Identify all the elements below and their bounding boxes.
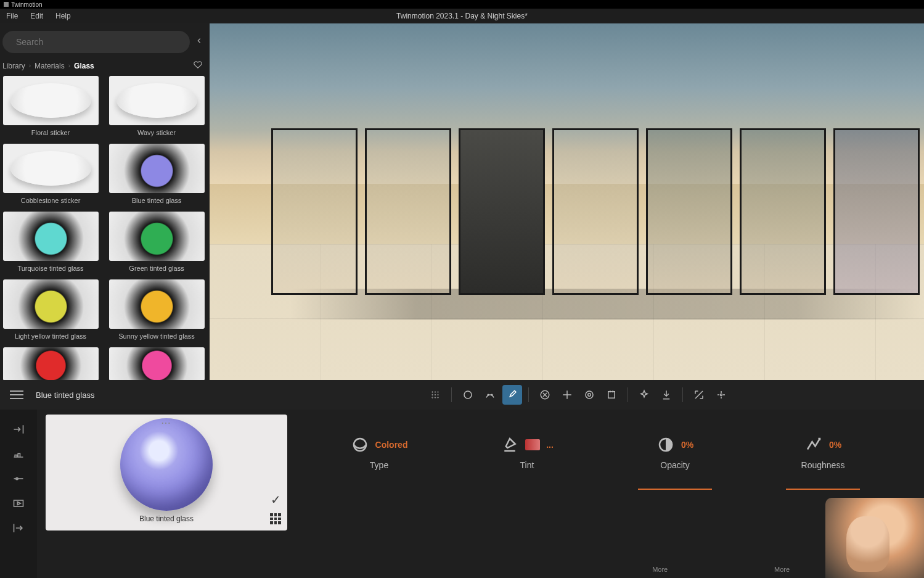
svg-point-5 (431, 394, 433, 395)
materials-grid[interactable]: Floral stickerWavy stickerCobblestone st… (0, 76, 210, 380)
svg-point-2 (431, 392, 433, 393)
svg-point-7 (437, 394, 438, 395)
material-card[interactable]: Cobblestone sticker (0, 144, 101, 207)
grid-snap-button[interactable] (425, 385, 445, 405)
frame-tool-button[interactable] (602, 385, 621, 405)
selection-bar: Blue tinted glass (0, 380, 924, 410)
svg-point-6 (435, 394, 436, 395)
target-tool-button[interactable] (579, 385, 599, 405)
svg-point-10 (437, 397, 438, 398)
material-card[interactable]: Green tinted glass (106, 212, 207, 275)
material-card[interactable]: Sunny yellow tinted glass (106, 279, 207, 342)
material-card[interactable]: Turquoise tinted glass (0, 212, 101, 275)
glass-panel[interactable] (271, 128, 358, 295)
app-logo (4, 2, 9, 7)
material-thumbnail[interactable] (3, 279, 99, 329)
scatter-tool-button[interactable] (480, 385, 500, 405)
effects-button[interactable] (634, 385, 654, 405)
svg-point-31 (354, 439, 366, 451)
svg-point-9 (435, 397, 436, 398)
material-card[interactable]: Wavy sticker (106, 76, 207, 139)
collapse-panel-icon[interactable] (195, 36, 203, 47)
glass-panel[interactable] (365, 128, 451, 295)
breadcrumb-library[interactable]: Library (2, 62, 25, 70)
glass-panel[interactable] (740, 128, 826, 295)
material-preview-label: Blue tinted glass (139, 514, 194, 523)
menu-file[interactable]: File (0, 12, 24, 20)
prop-tint-value: ... (546, 440, 554, 450)
media-icon[interactable] (10, 497, 27, 510)
search-input[interactable] (16, 37, 181, 47)
viewport[interactable] (210, 23, 924, 380)
material-card[interactable] (106, 347, 207, 380)
hamburger-icon[interactable] (10, 390, 23, 399)
material-thumbnail[interactable] (109, 144, 205, 193)
viewport-toolbar (425, 385, 731, 405)
roughness-slider[interactable] (786, 489, 860, 490)
import-icon[interactable] (10, 423, 27, 436)
grid-view-icon[interactable] (270, 513, 281, 524)
titlebar: Twinmotion (0, 0, 924, 9)
material-label: Blue tinted glass (132, 193, 182, 207)
library-panel: Library › Materials › Glass Floral stick… (0, 23, 210, 380)
document-title: Twinmotion 2023.1 - Day & Night Skies* (0, 12, 924, 20)
material-thumbnail[interactable] (109, 279, 205, 329)
svg-rect-21 (608, 392, 615, 398)
glass-panel[interactable] (646, 128, 732, 295)
circle-tool-button[interactable] (458, 385, 478, 405)
download-button[interactable] (656, 385, 676, 405)
search-box[interactable] (2, 31, 190, 53)
menu-help[interactable]: Help (49, 12, 77, 20)
material-thumbnail[interactable] (3, 76, 99, 125)
tint-color-swatch[interactable] (525, 439, 540, 450)
more-link-opacity[interactable]: More (558, 566, 680, 573)
material-thumbnail[interactable] (3, 144, 99, 193)
expand-tool-button[interactable] (689, 385, 709, 405)
material-preview-card[interactable]: ⋯ Blue tinted glass ✓ (46, 415, 287, 531)
material-thumbnail[interactable] (3, 212, 99, 261)
glass-panel[interactable] (459, 128, 545, 295)
search-row (0, 23, 210, 58)
material-picker-button[interactable] (502, 385, 522, 405)
glass-panel[interactable] (552, 128, 639, 295)
svg-marker-30 (17, 502, 20, 505)
terrain-icon[interactable] (10, 448, 27, 460)
check-icon[interactable]: ✓ (271, 492, 281, 507)
settings-slider-icon[interactable] (10, 473, 27, 485)
breadcrumb-materials[interactable]: Materials (35, 62, 65, 70)
svg-point-19 (586, 391, 593, 398)
move-tool-button[interactable] (557, 385, 577, 405)
prop-tint[interactable]: ... Tint (481, 434, 573, 578)
material-card[interactable]: Light yellow tinted glass (0, 279, 101, 342)
favorite-icon[interactable] (194, 60, 202, 71)
svg-point-3 (435, 392, 436, 393)
material-card[interactable] (0, 347, 101, 380)
opacity-slider[interactable] (638, 489, 712, 490)
drag-handle-icon[interactable]: ⋯ (161, 417, 172, 429)
prop-tint-label: Tint (520, 460, 534, 470)
export-icon[interactable] (10, 522, 27, 534)
cancel-button[interactable] (535, 385, 555, 405)
material-thumbnail[interactable] (109, 76, 205, 125)
material-thumbnail[interactable] (109, 347, 205, 380)
more-link-roughness[interactable]: More (680, 566, 802, 573)
chevron-right-icon: › (68, 62, 70, 69)
toolbar-separator (528, 387, 529, 402)
svg-point-8 (431, 397, 433, 398)
app-name: Twinmotion (11, 1, 43, 8)
prop-type[interactable]: Colored Type (333, 434, 425, 578)
material-card[interactable]: Floral sticker (0, 76, 101, 139)
prop-opacity-value: 0% (681, 440, 693, 450)
snap-tool-button[interactable] (711, 385, 731, 405)
material-thumbnail[interactable] (3, 347, 99, 380)
material-label: Light yellow tinted glass (15, 329, 86, 342)
type-icon (351, 436, 369, 454)
prop-roughness-value: 0% (829, 440, 841, 450)
prop-opacity[interactable]: 0% Opacity (629, 434, 721, 578)
material-thumbnail[interactable] (109, 212, 205, 261)
toolbar-separator (451, 387, 452, 402)
menu-edit[interactable]: Edit (24, 12, 49, 20)
prop-roughness-label: Roughness (801, 460, 845, 470)
glass-panel[interactable] (833, 128, 920, 295)
material-card[interactable]: Blue tinted glass (106, 144, 207, 207)
